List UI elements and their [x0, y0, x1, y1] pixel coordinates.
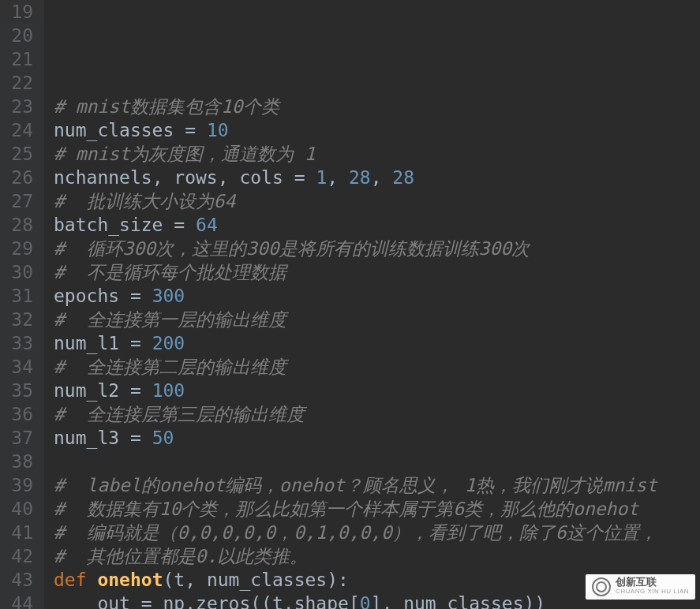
line-number: 42 [0, 544, 41, 568]
code-token: 300 [152, 286, 185, 306]
line-number: 21 [0, 47, 41, 71]
code-token: def [54, 570, 97, 590]
line-number: 39 [0, 473, 41, 497]
line-number: 37 [0, 426, 41, 450]
line-number: 20 [0, 24, 41, 47]
code-token: 10 [207, 120, 229, 140]
code-editor[interactable]: 1920212223242526272829303132333435363738… [0, 0, 700, 609]
line-number: 43 [0, 568, 41, 592]
code-token: rows [174, 167, 217, 188]
code-token: 200 [152, 333, 185, 353]
code-token: 28 [392, 167, 414, 188]
code-token [185, 215, 196, 235]
watermark-cn: 创新互联 [616, 577, 689, 587]
code-token: = [141, 593, 152, 609]
line-number: 22 [0, 71, 41, 95]
code-token: ] [371, 593, 382, 609]
code-token [141, 428, 152, 448]
code-token: , [371, 167, 393, 188]
code-token: num_l3 [54, 428, 130, 448]
code-token [141, 286, 152, 306]
line-number: 19 [0, 0, 41, 24]
code-token: # 全连接第一层的输出维度 [54, 309, 286, 330]
code-line[interactable]: nchannels, rows, cols = 1, 28, 28 [54, 166, 700, 189]
code-line[interactable]: # 全连接第二层的输出维度 [54, 355, 700, 379]
code-token: nchannels [54, 167, 152, 188]
code-token: np.zeros((t.shape[ [152, 593, 360, 609]
line-number: 29 [0, 237, 41, 260]
code-token: 1 [316, 167, 327, 188]
line-number: 23 [0, 95, 41, 118]
line-number: 27 [0, 189, 41, 213]
code-token [141, 333, 152, 353]
code-line[interactable]: num_l2 = 100 [54, 379, 700, 402]
code-token: = [130, 333, 141, 353]
code-token: 100 [152, 380, 185, 401]
code-token: # 数据集有10个类，那么比如第一个样本属于第6类，那么他的onehot [54, 499, 638, 519]
code-line[interactable]: # 编码就是（0,0,0,0,0，0,1,0,0,0），看到了吧，除了6这个位置… [54, 521, 700, 544]
code-token: = [130, 428, 141, 448]
code-line[interactable]: # 全连接第一层的输出维度 [54, 308, 700, 331]
code-line[interactable]: # 不是循环每个批处理数据 [54, 260, 700, 284]
line-number: 31 [0, 284, 41, 308]
code-line[interactable]: num_l3 = 50 [54, 426, 700, 450]
code-token [196, 120, 207, 140]
code-token: = [174, 215, 185, 235]
code-line[interactable]: # 批训练大小设为64 [54, 189, 700, 213]
watermark-en: CHUANG XIN HU LIAN [616, 587, 689, 596]
code-line[interactable] [54, 450, 700, 473]
code-token: num_classes)) [403, 593, 545, 609]
code-token: = [130, 286, 141, 306]
code-line[interactable]: num_l1 = 200 [54, 331, 700, 355]
code-token: # label的onehot编码，onehot？顾名思义， 1热，我们刚才说mn… [54, 475, 657, 495]
code-token [305, 167, 316, 188]
code-line[interactable]: # mnist数据集包含10个类 [54, 95, 700, 118]
line-number: 28 [0, 213, 41, 237]
line-number: 26 [0, 166, 41, 189]
code-token: 28 [349, 167, 371, 188]
code-line[interactable]: num_classes = 10 [54, 118, 700, 142]
code-line[interactable]: epochs = 300 [54, 284, 700, 308]
code-token: = [130, 380, 141, 401]
code-token: # 批训练大小设为64 [54, 191, 235, 211]
code-area[interactable]: # mnist数据集包含10个类num_classes = 10# mnist为… [44, 0, 700, 609]
code-token: 0 [360, 593, 371, 609]
code-line[interactable]: # mnist为灰度图，通道数为 1 [54, 142, 700, 166]
code-token: # mnist数据集包含10个类 [54, 96, 279, 117]
code-token: # mnist为灰度图，通道数为 1 [54, 144, 316, 164]
code-line[interactable]: # label的onehot编码，onehot？顾名思义， 1热，我们刚才说mn… [54, 473, 700, 497]
code-line[interactable]: # 其他位置都是0.以此类推。 [54, 544, 700, 568]
code-token: num_l1 [54, 333, 130, 353]
code-token: : [338, 570, 349, 590]
code-token: # 全连接第二层的输出维度 [54, 357, 286, 377]
code-token: num_classes) [207, 570, 338, 590]
code-token: # 不是循环每个批处理数据 [54, 262, 286, 282]
code-line[interactable] [54, 71, 700, 95]
code-line[interactable]: # 循环300次，这里的300是将所有的训练数据训练300次 [54, 237, 700, 260]
code-token [141, 380, 152, 401]
line-number: 41 [0, 521, 41, 544]
code-token: batch_size [54, 215, 174, 235]
code-token: # 其他位置都是0.以此类推。 [54, 546, 308, 566]
code-token: = [185, 120, 196, 140]
code-token: (t [163, 570, 185, 590]
code-token: num_l2 [54, 380, 130, 401]
code-token: 50 [152, 428, 174, 448]
code-token: , [152, 167, 174, 188]
line-number: 38 [0, 450, 41, 473]
watermark-logo-icon [592, 577, 611, 596]
line-number: 35 [0, 379, 41, 402]
code-line[interactable]: # 数据集有10个类，那么比如第一个样本属于第6类，那么他的onehot [54, 497, 700, 521]
code-token: cols [239, 167, 294, 188]
line-number: 30 [0, 260, 41, 284]
code-token: , [327, 167, 349, 188]
code-token: epochs [54, 286, 130, 306]
code-line[interactable]: batch_size = 64 [54, 213, 700, 237]
code-token: # 全连接层第三层的输出维度 [54, 404, 305, 424]
code-token: num_classes [54, 120, 185, 140]
code-line[interactable]: # 全连接层第三层的输出维度 [54, 402, 700, 426]
line-number: 32 [0, 308, 41, 331]
line-number: 33 [0, 331, 41, 355]
line-number: 24 [0, 118, 41, 142]
code-token: # 循环300次，这里的300是将所有的训练数据训练300次 [54, 238, 530, 259]
